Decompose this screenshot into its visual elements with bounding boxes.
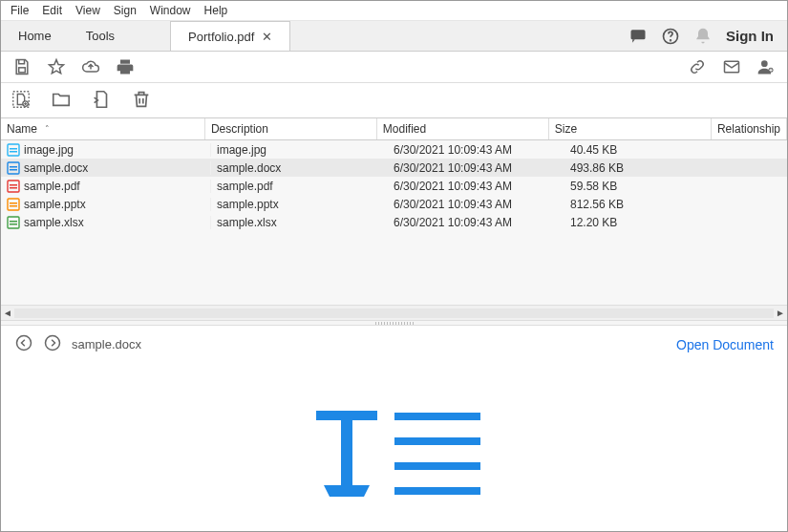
file-description: sample.pptx <box>211 198 388 211</box>
menu-window[interactable]: Window <box>150 4 191 17</box>
svg-rect-19 <box>10 202 17 204</box>
svg-rect-14 <box>10 169 17 171</box>
previous-button[interactable] <box>14 333 33 355</box>
file-description: sample.pdf <box>211 180 388 193</box>
column-description[interactable]: Description <box>205 118 377 139</box>
horizontal-scrollbar[interactable]: ◄ ► <box>1 305 787 320</box>
cloud-upload-icon[interactable] <box>81 57 100 76</box>
add-file-icon[interactable] <box>11 89 32 110</box>
menu-edit[interactable]: Edit <box>42 4 62 17</box>
table-row[interactable]: image.jpgimage.jpg6/30/2021 10:09:43 AM4… <box>1 140 787 159</box>
svg-rect-26 <box>316 411 377 420</box>
svg-rect-20 <box>10 205 17 207</box>
preview-content <box>1 363 787 531</box>
menu-sign[interactable]: Sign <box>114 4 137 17</box>
column-name-label: Name <box>7 122 37 136</box>
svg-rect-12 <box>8 162 19 174</box>
menu-help[interactable]: Help <box>204 4 228 17</box>
tab-home-label: Home <box>18 29 52 43</box>
tab-document[interactable]: Portfolio.pdf ✕ <box>170 21 290 51</box>
scroll-track[interactable] <box>14 309 774 318</box>
svg-rect-0 <box>631 30 646 39</box>
chat-icon[interactable] <box>628 27 648 46</box>
file-name: sample.pdf <box>24 180 80 193</box>
tab-home[interactable]: Home <box>1 21 69 51</box>
preview-filename: sample.docx <box>72 337 141 351</box>
bell-icon[interactable] <box>693 27 713 46</box>
open-document-link[interactable]: Open Document <box>676 337 774 352</box>
column-description-label: Description <box>211 122 268 136</box>
file-modified: 6/30/2021 10:09:43 AM <box>388 216 564 229</box>
star-icon[interactable] <box>47 57 66 76</box>
file-description: sample.docx <box>211 161 388 175</box>
folder-icon[interactable] <box>51 89 72 110</box>
menu-file[interactable]: File <box>11 4 29 17</box>
file-description: image.jpg <box>211 143 388 157</box>
close-icon[interactable]: ✕ <box>262 30 272 44</box>
svg-rect-9 <box>8 144 19 156</box>
table-row[interactable]: sample.xlsxsample.xlsx6/30/2021 10:09:43… <box>1 213 787 231</box>
add-person-icon[interactable] <box>756 57 776 76</box>
column-relationship[interactable]: Relationship <box>712 118 787 139</box>
file-type-icon <box>7 161 20 175</box>
menu-bar: File Edit View Sign Window Help <box>1 1 787 21</box>
grid-header: Name˄ Description Modified Size Relation… <box>1 117 787 140</box>
svg-rect-17 <box>10 187 17 189</box>
extract-icon[interactable] <box>91 89 112 110</box>
svg-rect-11 <box>10 151 17 153</box>
table-row[interactable]: sample.pdfsample.pdf6/30/2021 10:09:43 A… <box>1 177 787 195</box>
svg-rect-16 <box>10 184 17 186</box>
file-type-icon <box>7 180 20 193</box>
menu-view[interactable]: View <box>75 4 100 17</box>
mail-icon[interactable] <box>722 57 741 76</box>
file-size: 40.45 KB <box>564 143 732 157</box>
svg-point-5 <box>761 60 768 67</box>
svg-rect-13 <box>10 166 17 168</box>
column-size-label: Size <box>555 122 577 136</box>
main-toolbar <box>1 52 787 83</box>
next-button[interactable] <box>43 333 62 355</box>
file-modified: 6/30/2021 10:09:43 AM <box>388 198 564 211</box>
file-type-icon <box>7 216 20 229</box>
file-size: 59.58 KB <box>564 180 732 193</box>
file-size: 812.56 KB <box>564 198 732 211</box>
trash-icon[interactable] <box>131 89 152 110</box>
column-modified[interactable]: Modified <box>377 118 549 139</box>
scroll-right-icon[interactable]: ► <box>774 308 787 318</box>
svg-point-24 <box>17 336 32 351</box>
grid-area: image.jpgimage.jpg6/30/2021 10:09:43 AM4… <box>1 140 787 305</box>
svg-rect-21 <box>8 217 19 228</box>
tab-tools[interactable]: Tools <box>69 21 132 51</box>
column-modified-label: Modified <box>383 122 426 136</box>
file-type-icon <box>7 143 20 157</box>
svg-rect-3 <box>19 68 26 73</box>
column-name[interactable]: Name˄ <box>1 118 205 139</box>
column-relationship-label: Relationship <box>717 122 780 136</box>
svg-rect-15 <box>8 181 19 192</box>
file-name: sample.xlsx <box>24 216 84 229</box>
svg-rect-27 <box>341 420 352 493</box>
splitter-grip-icon <box>375 322 414 325</box>
tab-document-label: Portfolio.pdf <box>188 30 254 44</box>
file-type-icon <box>7 198 20 211</box>
scroll-left-icon[interactable]: ◄ <box>1 308 14 318</box>
column-size[interactable]: Size <box>549 118 712 139</box>
sign-in-button[interactable]: Sign In <box>726 28 774 44</box>
tab-bar: Home Tools Portfolio.pdf ✕ Sign In <box>1 21 787 52</box>
save-icon[interactable] <box>12 57 32 76</box>
file-size: 12.20 KB <box>564 216 732 229</box>
help-icon[interactable] <box>661 27 680 46</box>
table-row[interactable]: sample.pptxsample.pptx6/30/2021 10:09:43… <box>1 195 787 213</box>
svg-rect-10 <box>10 148 17 150</box>
preview-bar: sample.docx Open Document <box>1 326 787 363</box>
link-icon[interactable] <box>688 57 707 76</box>
print-icon[interactable] <box>116 57 135 76</box>
svg-point-25 <box>46 336 60 351</box>
portfolio-toolbar <box>1 83 787 117</box>
tab-tools-label: Tools <box>86 29 115 43</box>
file-size: 493.86 KB <box>564 161 732 175</box>
file-modified: 6/30/2021 10:09:43 AM <box>388 143 564 157</box>
table-row[interactable]: sample.docxsample.docx6/30/2021 10:09:43… <box>1 159 787 177</box>
file-modified: 6/30/2021 10:09:43 AM <box>388 180 564 193</box>
file-description: sample.xlsx <box>211 216 388 229</box>
